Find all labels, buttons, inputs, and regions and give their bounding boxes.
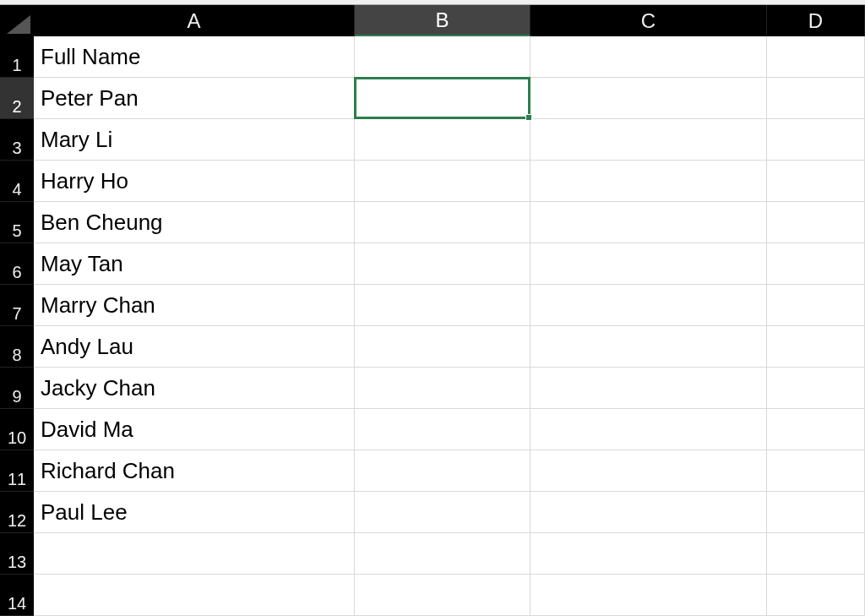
cell-C9[interactable] xyxy=(530,368,767,409)
cell-B6[interactable] xyxy=(355,243,530,285)
cell-D11[interactable] xyxy=(767,450,865,492)
column-header-label: A xyxy=(187,9,200,33)
row-header-8[interactable]: 8 xyxy=(0,326,34,368)
row-header-label: 7 xyxy=(12,304,21,324)
cell-B9[interactable] xyxy=(355,368,530,409)
cell-C12[interactable] xyxy=(530,492,767,533)
column-header-label: D xyxy=(808,9,823,33)
cell-B12[interactable] xyxy=(355,492,530,533)
column-header-D[interactable]: D xyxy=(767,5,865,36)
row-header-label: 12 xyxy=(8,511,26,531)
spreadsheet: ABCD 1234567891011121314 Full NamePeter … xyxy=(0,0,865,616)
cell-B4[interactable] xyxy=(355,161,530,202)
row-header-7[interactable]: 7 xyxy=(0,285,34,326)
cell-B8[interactable] xyxy=(355,326,530,368)
cell-D12[interactable] xyxy=(767,492,865,533)
row-header-13[interactable]: 13 xyxy=(0,533,34,575)
cell-text: Richard Chan xyxy=(41,458,175,484)
row-header-12[interactable]: 12 xyxy=(0,492,34,533)
cell-B13[interactable] xyxy=(355,533,530,575)
cell-D1[interactable] xyxy=(767,36,865,78)
cell-A4[interactable]: Harry Ho xyxy=(34,161,355,202)
cell-B7[interactable] xyxy=(355,285,530,326)
row-header-6[interactable]: 6 xyxy=(0,243,34,285)
cell-D2[interactable] xyxy=(767,78,865,119)
cell-B5[interactable] xyxy=(355,202,530,243)
cell-B1[interactable] xyxy=(355,36,530,78)
cell-D6[interactable] xyxy=(767,243,865,285)
column-header-B[interactable]: B xyxy=(355,5,530,36)
cell-text: Jacky Chan xyxy=(41,375,155,401)
row-header-label: 5 xyxy=(12,221,21,241)
row-header-label: 11 xyxy=(8,470,26,489)
row-header-label: 14 xyxy=(8,594,26,613)
cell-A7[interactable]: Marry Chan xyxy=(34,285,355,326)
column-header-label: C xyxy=(641,9,656,33)
cell-text: Andy Lau xyxy=(41,334,133,360)
row-header-label: 3 xyxy=(12,139,21,158)
row-header-4[interactable]: 4 xyxy=(0,161,34,202)
cell-B2[interactable] xyxy=(355,78,530,119)
cell-C2[interactable] xyxy=(530,78,767,119)
cell-B14[interactable] xyxy=(355,575,530,616)
cell-A12[interactable]: Paul Lee xyxy=(34,492,355,533)
cell-B3[interactable] xyxy=(355,119,530,161)
cell-D10[interactable] xyxy=(767,409,865,450)
cell-B10[interactable] xyxy=(355,409,530,450)
cell-C3[interactable] xyxy=(530,119,767,161)
cell-text: Marry Chan xyxy=(41,292,155,319)
row-header-5[interactable]: 5 xyxy=(0,202,34,243)
cell-A10[interactable]: David Ma xyxy=(34,409,355,450)
cell-D3[interactable] xyxy=(767,119,865,161)
cell-C14[interactable] xyxy=(530,575,767,616)
cell-A5[interactable]: Ben Cheung xyxy=(34,202,355,243)
row-header-10[interactable]: 10 xyxy=(0,409,34,450)
cell-text: Full Name xyxy=(41,44,140,70)
cell-C13[interactable] xyxy=(530,533,767,575)
cell-C1[interactable] xyxy=(530,36,767,78)
column-header-A[interactable]: A xyxy=(34,5,355,36)
cell-C11[interactable] xyxy=(530,450,767,492)
row-header-3[interactable]: 3 xyxy=(0,119,34,161)
cell-A8[interactable]: Andy Lau xyxy=(34,326,355,368)
cell-B11[interactable] xyxy=(355,450,530,492)
column-header-C[interactable]: C xyxy=(530,5,767,36)
cell-text: Paul Lee xyxy=(41,499,128,526)
cell-A2[interactable]: Peter Pan xyxy=(34,78,355,119)
cell-A11[interactable]: Richard Chan xyxy=(34,450,355,492)
cell-C4[interactable] xyxy=(530,161,767,202)
cell-text: Harry Ho xyxy=(41,168,128,194)
cell-C5[interactable] xyxy=(530,202,767,243)
cell-text: Peter Pan xyxy=(41,85,139,112)
row-header-label: 4 xyxy=(12,180,21,199)
cell-A13[interactable] xyxy=(34,533,355,575)
row-header-14[interactable]: 14 xyxy=(0,575,34,616)
cell-D5[interactable] xyxy=(767,202,865,243)
cell-D13[interactable] xyxy=(767,533,865,575)
column-header-label: B xyxy=(435,8,449,32)
select-all-corner[interactable] xyxy=(0,5,34,36)
cell-C10[interactable] xyxy=(530,409,767,450)
cell-A6[interactable]: May Tan xyxy=(34,243,355,285)
cell-text: Mary Li xyxy=(41,127,112,153)
cell-A14[interactable] xyxy=(34,575,355,616)
row-header-9[interactable]: 9 xyxy=(0,368,34,409)
cell-C8[interactable] xyxy=(530,326,767,368)
cell-D8[interactable] xyxy=(767,326,865,368)
cell-A1[interactable]: Full Name xyxy=(34,36,355,78)
row-header-label: 2 xyxy=(12,97,21,117)
row-header-1[interactable]: 1 xyxy=(0,36,34,78)
cell-C6[interactable] xyxy=(530,243,767,285)
cell-D4[interactable] xyxy=(767,161,865,202)
cell-text: Ben Cheung xyxy=(41,210,163,236)
row-header-label: 6 xyxy=(12,263,21,282)
cell-D14[interactable] xyxy=(767,575,865,616)
cell-A3[interactable]: Mary Li xyxy=(34,119,355,161)
cell-D7[interactable] xyxy=(767,285,865,326)
cell-A9[interactable]: Jacky Chan xyxy=(34,368,355,409)
cell-text: David Ma xyxy=(41,417,133,443)
row-header-11[interactable]: 11 xyxy=(0,450,34,492)
row-header-2[interactable]: 2 xyxy=(0,78,34,119)
cell-D9[interactable] xyxy=(767,368,865,409)
cell-C7[interactable] xyxy=(530,285,767,326)
